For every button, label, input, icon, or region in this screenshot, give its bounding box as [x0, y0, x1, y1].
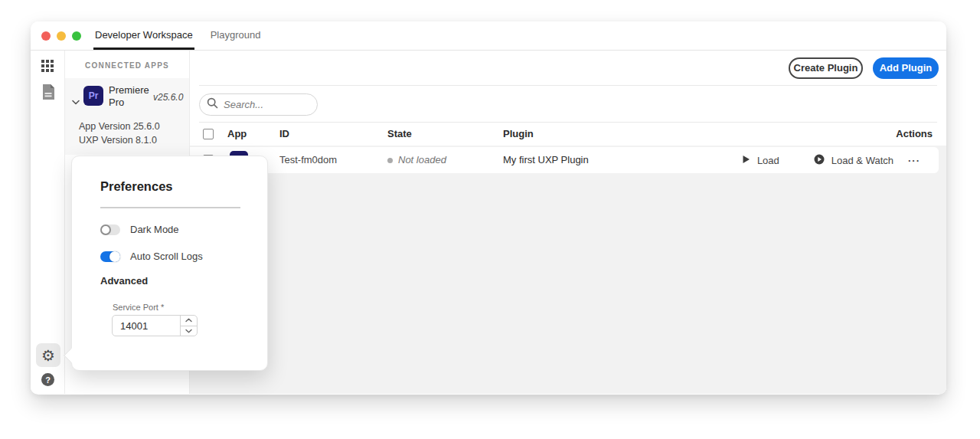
screen: Developer Workspace Playground ⚙	[0, 0, 980, 439]
auto-scroll-row: Auto Scroll Logs	[100, 251, 203, 262]
preferences-popover: Preferences Dark Mode Auto Scroll Logs A…	[71, 156, 268, 371]
auto-scroll-toggle[interactable]	[100, 251, 120, 262]
icon-rail: ⚙ ?	[31, 51, 65, 394]
header-plugin: Plugin	[503, 123, 534, 146]
dark-mode-toggle[interactable]	[100, 224, 120, 235]
row-actions: Load Load & Watch ···	[742, 147, 920, 173]
settings-gear-button[interactable]: ⚙	[36, 343, 60, 367]
stepper-down-button[interactable]	[181, 326, 197, 336]
auto-scroll-label: Auto Scroll Logs	[130, 251, 203, 262]
play-icon	[742, 155, 750, 166]
connected-app-item[interactable]: Pr Premiere Pro v25.6.0 App Version 25.6…	[65, 78, 189, 155]
select-all-checkbox[interactable]	[203, 129, 214, 139]
create-plugin-button[interactable]: Create Plugin	[789, 57, 863, 79]
row-id: Test-fm0dom	[279, 147, 337, 173]
app-version-detail: App Version 25.6.0	[79, 121, 160, 132]
table-row[interactable]: Pr Test-fm0dom Not loaded My first UXP P…	[190, 147, 939, 173]
preferences-title: Preferences	[100, 179, 172, 194]
stepper-up-button[interactable]	[181, 316, 197, 326]
chevron-up-icon	[185, 318, 192, 323]
status-dot-icon	[387, 158, 393, 163]
toggle-knob	[100, 224, 111, 235]
add-plugin-button[interactable]: Add Plugin	[873, 57, 939, 79]
load-watch-label: Load & Watch	[831, 155, 893, 166]
help-button[interactable]: ?	[41, 373, 54, 386]
service-port-stepper	[112, 315, 198, 336]
more-options-button[interactable]: ···	[908, 155, 920, 166]
tab-developer-workspace[interactable]: Developer Workspace	[93, 21, 194, 50]
toggle-knob	[109, 251, 120, 262]
search-input[interactable]	[224, 99, 308, 110]
header-app: App	[227, 123, 247, 146]
header-state: State	[387, 123, 412, 146]
tab-playground[interactable]: Playground	[209, 21, 263, 50]
main-panel: Create Plugin Add Plugin App	[190, 51, 946, 394]
plugin-toolbar: Create Plugin Add Plugin	[190, 51, 946, 85]
dark-mode-row: Dark Mode	[100, 224, 179, 235]
search-row	[190, 86, 946, 122]
play-circle-icon	[814, 154, 825, 167]
stepper-buttons	[180, 316, 197, 336]
zoom-window-icon[interactable]	[72, 31, 81, 41]
uxp-version-detail: UXP Version 8.1.0	[79, 135, 157, 146]
traffic-lights	[41, 21, 81, 50]
dark-mode-label: Dark Mode	[130, 224, 179, 235]
service-port-input[interactable]	[113, 316, 180, 336]
gear-icon: ⚙	[41, 348, 55, 363]
plugin-list-area: Pr Test-fm0dom Not loaded My first UXP P…	[190, 146, 946, 394]
load-label: Load	[757, 155, 779, 166]
premiere-pro-app-icon: Pr	[83, 86, 103, 106]
row-state: Not loaded	[398, 147, 446, 173]
chevron-down-icon	[185, 329, 192, 333]
tab-bar: Developer Workspace Playground	[31, 21, 946, 51]
table-header: App ID State Plugin Actions	[190, 123, 946, 146]
preferences-divider	[100, 207, 240, 208]
service-port-label: Service Port *	[113, 303, 164, 312]
row-plugin-name: My first UXP Plugin	[503, 147, 589, 173]
workspace-tabs: Developer Workspace Playground	[93, 21, 262, 50]
app-version-badge: v25.6.0	[153, 92, 183, 103]
app-name: Premiere Pro	[109, 84, 153, 109]
search-icon	[207, 97, 218, 112]
header-id: ID	[279, 123, 289, 146]
apps-grid-icon[interactable]	[41, 60, 54, 72]
connected-apps-title: CONNECTED APPS	[65, 61, 189, 70]
search-box[interactable]	[199, 93, 318, 116]
chevron-down-icon[interactable]	[72, 94, 80, 108]
minimize-window-icon[interactable]	[57, 31, 66, 41]
file-icon[interactable]	[42, 84, 54, 103]
header-actions: Actions	[896, 123, 933, 146]
load-and-watch-button[interactable]: Load & Watch	[814, 154, 893, 167]
advanced-section-label: Advanced	[100, 275, 148, 287]
load-button[interactable]: Load	[742, 155, 779, 166]
close-window-icon[interactable]	[41, 31, 51, 41]
question-mark-icon: ?	[45, 375, 51, 385]
